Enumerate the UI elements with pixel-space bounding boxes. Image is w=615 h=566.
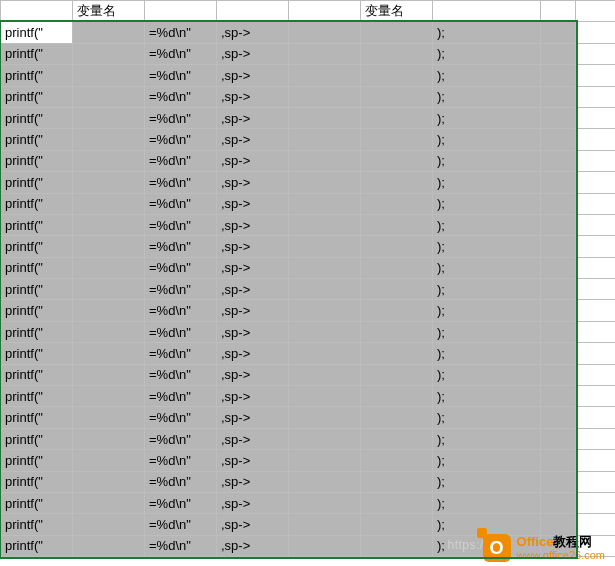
cell[interactable] <box>289 343 361 364</box>
cell[interactable] <box>73 22 145 43</box>
cell[interactable]: ); <box>433 107 541 128</box>
cell[interactable] <box>361 279 433 300</box>
cell[interactable]: printf(" <box>1 535 73 556</box>
cell[interactable]: printf(" <box>1 65 73 86</box>
cell[interactable] <box>541 86 576 107</box>
cell[interactable]: printf(" <box>1 321 73 342</box>
cell[interactable] <box>289 65 361 86</box>
cell[interactable]: ); <box>433 300 541 321</box>
cell[interactable]: printf(" <box>1 428 73 449</box>
cell[interactable]: ); <box>433 172 541 193</box>
cell[interactable]: ,sp-> <box>217 43 289 64</box>
cell[interactable]: ,sp-> <box>217 172 289 193</box>
cell[interactable]: ,sp-> <box>217 214 289 235</box>
cell[interactable] <box>361 514 433 535</box>
header-blank[interactable] <box>1 1 73 22</box>
cell[interactable] <box>289 386 361 407</box>
cell[interactable]: printf(" <box>1 364 73 385</box>
header-blank[interactable] <box>576 1 616 22</box>
cell[interactable]: ); <box>433 321 541 342</box>
cell[interactable] <box>361 364 433 385</box>
header-varname-2[interactable]: 变量名 <box>361 1 433 22</box>
cell[interactable] <box>541 193 576 214</box>
cell[interactable] <box>576 386 616 407</box>
cell[interactable]: ,sp-> <box>217 107 289 128</box>
cell[interactable] <box>361 535 433 556</box>
cell[interactable]: ); <box>433 428 541 449</box>
cell[interactable] <box>73 65 145 86</box>
cell[interactable]: =%d\n" <box>145 65 217 86</box>
header-blank[interactable] <box>541 1 576 22</box>
cell[interactable] <box>73 407 145 428</box>
cell[interactable]: =%d\n" <box>145 43 217 64</box>
cell[interactable] <box>73 150 145 171</box>
cell[interactable] <box>289 150 361 171</box>
cell[interactable] <box>361 450 433 471</box>
cell[interactable]: printf(" <box>1 150 73 171</box>
cell[interactable]: ); <box>433 236 541 257</box>
cell[interactable] <box>541 43 576 64</box>
cell[interactable] <box>576 450 616 471</box>
cell[interactable] <box>541 22 576 43</box>
spreadsheet-grid[interactable]: 变量名变量名printf("=%d\n",sp->);printf("=%d\n… <box>0 0 615 557</box>
cell[interactable]: ,sp-> <box>217 257 289 278</box>
cell[interactable]: =%d\n" <box>145 300 217 321</box>
cell[interactable] <box>289 214 361 235</box>
cell[interactable]: printf(" <box>1 279 73 300</box>
cell[interactable]: ); <box>433 364 541 385</box>
header-blank[interactable] <box>289 1 361 22</box>
cell[interactable] <box>73 386 145 407</box>
cell[interactable] <box>289 364 361 385</box>
cell[interactable] <box>541 257 576 278</box>
cell[interactable]: ,sp-> <box>217 450 289 471</box>
cell[interactable] <box>541 300 576 321</box>
cell[interactable] <box>361 172 433 193</box>
cell[interactable] <box>541 450 576 471</box>
cell[interactable]: ); <box>433 257 541 278</box>
cell[interactable]: =%d\n" <box>145 428 217 449</box>
cell[interactable] <box>289 43 361 64</box>
cell[interactable]: ,sp-> <box>217 386 289 407</box>
cell[interactable]: =%d\n" <box>145 364 217 385</box>
cell[interactable]: ,sp-> <box>217 300 289 321</box>
cell[interactable]: =%d\n" <box>145 450 217 471</box>
cell[interactable] <box>361 386 433 407</box>
cell[interactable] <box>541 65 576 86</box>
cell[interactable] <box>289 22 361 43</box>
cell[interactable] <box>541 236 576 257</box>
cell[interactable] <box>361 150 433 171</box>
cell[interactable] <box>576 300 616 321</box>
cell[interactable] <box>576 129 616 150</box>
cell[interactable] <box>289 279 361 300</box>
cell[interactable]: ); <box>433 86 541 107</box>
cell[interactable] <box>289 86 361 107</box>
cell[interactable] <box>361 257 433 278</box>
cell[interactable] <box>73 257 145 278</box>
cell[interactable]: ,sp-> <box>217 86 289 107</box>
cell[interactable] <box>541 407 576 428</box>
cell[interactable]: printf(" <box>1 407 73 428</box>
cell[interactable]: =%d\n" <box>145 514 217 535</box>
cell[interactable]: ,sp-> <box>217 535 289 556</box>
cell[interactable]: =%d\n" <box>145 86 217 107</box>
cell[interactable]: printf(" <box>1 214 73 235</box>
cell[interactable] <box>361 214 433 235</box>
cell[interactable] <box>541 321 576 342</box>
cell[interactable] <box>289 129 361 150</box>
cell[interactable]: =%d\n" <box>145 150 217 171</box>
cell[interactable] <box>73 492 145 513</box>
cell[interactable] <box>73 214 145 235</box>
cell[interactable]: printf(" <box>1 193 73 214</box>
cell[interactable] <box>361 236 433 257</box>
cell[interactable] <box>361 86 433 107</box>
cell[interactable] <box>289 300 361 321</box>
cell[interactable] <box>576 86 616 107</box>
cell[interactable] <box>73 279 145 300</box>
cell[interactable]: printf(" <box>1 471 73 492</box>
cell[interactable] <box>73 471 145 492</box>
cell[interactable]: printf(" <box>1 514 73 535</box>
cell[interactable]: =%d\n" <box>145 386 217 407</box>
cell[interactable] <box>73 343 145 364</box>
cell[interactable]: ); <box>433 279 541 300</box>
cell[interactable]: ,sp-> <box>217 428 289 449</box>
